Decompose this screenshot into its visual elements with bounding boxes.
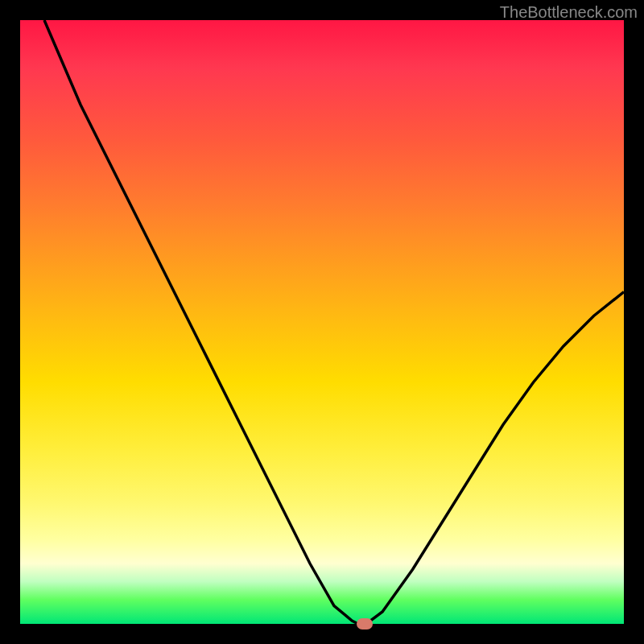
optimal-point-marker bbox=[357, 618, 373, 630]
plot-area bbox=[20, 20, 624, 624]
bottleneck-curve bbox=[44, 20, 624, 624]
curve-svg bbox=[20, 20, 624, 624]
watermark-text: TheBottleneck.com bbox=[500, 3, 638, 22]
chart-container: TheBottleneck.com bbox=[0, 0, 644, 644]
